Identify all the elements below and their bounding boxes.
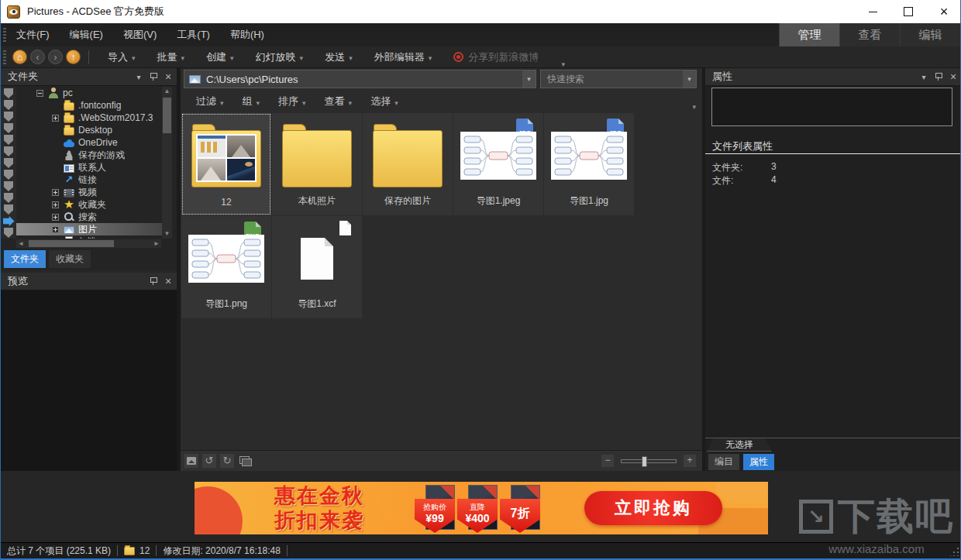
- resize-grip[interactable]: [950, 547, 959, 556]
- easy-select-marker[interactable]: [4, 88, 13, 98]
- menu-help[interactable]: 帮助(H): [220, 23, 274, 46]
- easy-select-marker[interactable]: [4, 146, 13, 156]
- tree-horizontal-scrollbar[interactable]: ◄ ►: [16, 239, 161, 248]
- tree-item-desktop[interactable]: Desktop: [16, 124, 162, 136]
- filmstrip-icon[interactable]: [238, 454, 252, 468]
- menu-view[interactable]: 视图(V): [113, 23, 167, 46]
- expand-icon[interactable]: [52, 226, 59, 233]
- scroll-right-icon[interactable]: ►: [152, 239, 161, 248]
- minimize-button[interactable]: [855, 0, 890, 23]
- tab-catalog[interactable]: 编目: [708, 454, 739, 470]
- pin-icon[interactable]: [932, 70, 945, 83]
- file-tile-daotu1-xcf[interactable]: 导图1.xcf: [272, 216, 362, 318]
- mode-manage-button[interactable]: 管理: [779, 23, 839, 46]
- buy-now-button[interactable]: 立即抢购: [584, 491, 722, 525]
- close-panel-icon[interactable]: [947, 70, 959, 83]
- easy-select-marker[interactable]: [4, 170, 13, 180]
- tab-folders[interactable]: 文件夹: [4, 250, 46, 268]
- thumbnail-view-icon[interactable]: [184, 454, 198, 468]
- tree-item-saved-games[interactable]: 保存的游戏: [16, 149, 162, 161]
- zoom-out-button[interactable]: −: [601, 455, 614, 467]
- filter-button[interactable]: 过滤: [187, 91, 233, 112]
- file-tile-local-photos[interactable]: 本机照片: [272, 113, 362, 215]
- file-tile-daotu1-jpeg[interactable]: JPG 导图1.jpeg: [453, 113, 543, 215]
- path-dropdown-icon[interactable]: [522, 70, 536, 88]
- home-icon[interactable]: ⌂: [12, 50, 27, 64]
- mode-edit-button[interactable]: 编辑: [900, 23, 960, 46]
- pin-icon[interactable]: [147, 275, 160, 287]
- panel-menu-icon[interactable]: [918, 70, 930, 83]
- menu-edit[interactable]: 编辑(E): [60, 23, 113, 46]
- easy-select-marker[interactable]: [4, 123, 13, 133]
- group-button[interactable]: 组: [233, 91, 270, 112]
- tree-item-favorites[interactable]: 收藏夹: [16, 198, 162, 211]
- easy-select-marker[interactable]: [4, 135, 13, 145]
- expand-icon[interactable]: [52, 214, 59, 221]
- up-icon[interactable]: ↑: [66, 50, 81, 64]
- expand-icon[interactable]: [52, 201, 59, 208]
- collapse-icon[interactable]: [36, 90, 43, 97]
- tree-vertical-scrollbar[interactable]: ▲ ▼: [162, 87, 172, 239]
- mode-view-button[interactable]: 查看: [839, 23, 900, 46]
- expand-icon[interactable]: [52, 115, 59, 122]
- close-panel-icon[interactable]: [162, 275, 174, 287]
- tree-item-links[interactable]: 链接: [16, 173, 162, 186]
- send-button[interactable]: 发送: [314, 46, 363, 68]
- panel-menu-icon[interactable]: [133, 70, 145, 83]
- no-selection-tab[interactable]: 无选择: [707, 438, 772, 452]
- easy-select-marker[interactable]: [4, 158, 13, 168]
- rotate-left-icon[interactable]: ↺: [202, 454, 216, 468]
- scrollbar-thumb[interactable]: [163, 98, 171, 133]
- tree-item-pc[interactable]: pc: [16, 87, 162, 99]
- toolbar-grip[interactable]: [3, 50, 6, 64]
- file-tile-daotu1-jpg[interactable]: JPG 导图1.jpg: [544, 113, 634, 215]
- tab-favorites[interactable]: 收藏夹: [49, 250, 91, 268]
- import-button[interactable]: 导入: [97, 46, 146, 68]
- tree-item-contacts[interactable]: 联系人: [16, 161, 162, 173]
- tab-properties[interactable]: 属性: [743, 454, 774, 470]
- expand-icon[interactable]: [52, 189, 59, 196]
- tree-item-videos[interactable]: 视频: [16, 186, 162, 198]
- tree-item-pictures[interactable]: 图片: [16, 223, 162, 235]
- tree-item-fontconfig[interactable]: .fontconfig: [16, 99, 162, 112]
- path-breadcrumb[interactable]: C:\Users\pc\Pictures: [184, 70, 536, 88]
- back-icon[interactable]: ‹: [30, 50, 45, 64]
- easy-select-marker[interactable]: [4, 204, 13, 215]
- close-button[interactable]: [926, 0, 961, 23]
- external-editor-button[interactable]: 外部编辑器: [363, 46, 443, 68]
- scroll-up-icon[interactable]: ▲: [162, 87, 172, 96]
- scroll-down-icon[interactable]: ▼: [162, 229, 172, 239]
- filter-overflow-icon[interactable]: [688, 98, 696, 112]
- zoom-in-button[interactable]: +: [684, 455, 696, 467]
- zoom-slider[interactable]: [621, 459, 677, 463]
- pin-icon[interactable]: [147, 70, 160, 83]
- scrollbar-thumb[interactable]: [29, 240, 114, 247]
- select-button[interactable]: 选择: [361, 91, 408, 112]
- easy-select-marker[interactable]: [4, 193, 13, 203]
- batch-button[interactable]: 批量: [146, 46, 196, 68]
- menu-tools[interactable]: 工具(T): [167, 23, 220, 46]
- menu-file[interactable]: 文件(F): [6, 23, 60, 46]
- slideshow-button[interactable]: 幻灯放映: [245, 46, 315, 68]
- easy-select-marker[interactable]: [4, 100, 13, 110]
- create-button[interactable]: 创建: [195, 46, 245, 68]
- easy-select-marker[interactable]: [4, 181, 13, 191]
- tree-item-documents[interactable]: 文档: [16, 235, 162, 239]
- zoom-slider-thumb[interactable]: [642, 456, 647, 467]
- file-tile-daotu1-png[interactable]: PNG 导图1.png: [181, 216, 271, 318]
- file-tile-12[interactable]: 12: [181, 113, 271, 215]
- expand-icon[interactable]: [52, 239, 59, 239]
- ad-banner[interactable]: 惠在金秋 折扣来袭 抢购价¥99 直降¥400 7折 立即抢购: [195, 482, 768, 534]
- view-button[interactable]: 查看: [315, 91, 362, 112]
- rotate-right-icon[interactable]: ↻: [220, 454, 234, 468]
- tree-item-search[interactable]: 搜索: [16, 211, 162, 223]
- easy-select-marker-selected[interactable]: [3, 216, 15, 226]
- easy-select-marker[interactable]: [4, 112, 13, 122]
- share-weibo-button[interactable]: 分享到新浪微博: [443, 46, 549, 68]
- search-input[interactable]: [541, 71, 677, 87]
- maximize-button[interactable]: [890, 0, 926, 23]
- tree-item-onedrive[interactable]: OneDrive: [16, 136, 162, 149]
- forward-icon[interactable]: ›: [48, 50, 63, 64]
- file-tile-saved-pictures[interactable]: 保存的图片: [363, 113, 453, 215]
- tree-item-webstorm[interactable]: .WebStorm2017.3: [16, 112, 162, 124]
